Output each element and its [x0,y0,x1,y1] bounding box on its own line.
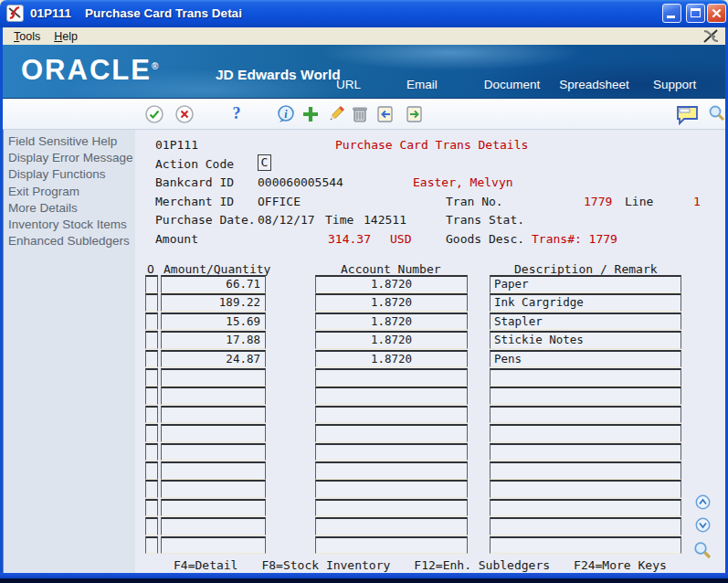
currency-code: USD [390,232,411,246]
cell-description[interactable] [490,424,681,442]
scroll-up-button[interactable] [695,494,711,514]
cell-account[interactable] [315,536,468,555]
sidebar-item-display-functions[interactable]: Display Functions [4,166,135,183]
maximize-button[interactable] [686,4,705,23]
cell-o[interactable] [145,406,158,424]
delete-trash-icon[interactable] [350,104,370,124]
cell-account[interactable] [315,368,468,387]
menu-help[interactable]: Help [51,28,80,45]
cell-o[interactable] [145,517,158,535]
cancel-icon[interactable] [174,104,195,124]
cell-account[interactable]: 1.8720 [315,350,468,368]
detail-search-icon[interactable] [693,541,712,564]
cell-description[interactable] [490,517,681,535]
prev-record-icon[interactable] [375,104,396,124]
banner-link-document[interactable]: Document [484,78,541,91]
cell-o[interactable] [145,499,158,517]
help-icon[interactable]: ? [227,104,247,124]
minimize-button[interactable] [662,4,681,23]
cell-amount[interactable] [161,406,266,424]
cell-account[interactable] [315,387,468,405]
close-button[interactable]: ✕ [707,4,726,23]
merchant-id-value[interactable]: OFFICE [258,195,301,208]
banner-link-spreadsheet[interactable]: Spreadsheet [559,78,629,91]
cell-amount[interactable]: 24.87 [161,350,266,368]
menu-tools[interactable]: Tools [11,28,43,45]
cell-account[interactable] [315,499,468,517]
cell-amount[interactable] [161,443,266,461]
cell-o[interactable] [145,293,158,312]
cell-o[interactable] [145,443,158,461]
scroll-down-button[interactable] [695,517,711,536]
info-icon[interactable]: i [276,104,296,124]
cell-account[interactable] [315,461,468,480]
cell-description[interactable] [490,499,681,517]
notes-icon[interactable] [675,104,701,124]
cell-description[interactable] [490,443,681,461]
add-icon[interactable] [301,104,321,124]
edit-pencil-icon[interactable] [326,104,346,124]
cell-amount[interactable] [161,499,266,517]
cell-account[interactable]: 1.8720 [315,313,468,331]
cell-amount[interactable]: 15.69 [161,313,266,331]
cell-amount[interactable] [161,480,266,498]
cell-o[interactable] [145,275,158,293]
cell-o[interactable] [145,480,158,498]
cell-amount[interactable] [161,517,266,535]
cell-account[interactable]: 1.8720 [315,331,468,349]
cell-amount[interactable] [161,387,266,405]
sidebar-item-exit-program[interactable]: Exit Program [4,184,135,200]
cell-description[interactable]: Ink Cargridge [490,293,681,312]
cell-description[interactable] [490,536,681,555]
cell-account[interactable]: 1.8720 [315,275,468,293]
cell-description[interactable]: Stapler [490,313,681,331]
cell-amount[interactable]: 189.22 [161,293,266,312]
cell-o[interactable] [145,331,158,349]
table-row [0,480,725,498]
cell-amount[interactable] [161,461,266,480]
cell-account[interactable] [315,443,468,461]
cell-o[interactable] [145,368,158,387]
cell-description[interactable] [490,480,681,498]
cell-amount[interactable] [161,536,266,555]
cell-account[interactable] [315,480,468,498]
title-bar[interactable]: 01P111 Purchase Card Trans Detai ✕ [0,0,728,27]
cell-account[interactable] [315,424,468,442]
cell-o[interactable] [145,461,158,480]
cell-description[interactable] [490,406,681,424]
cell-account[interactable] [315,406,468,424]
cell-account[interactable] [315,517,468,535]
cell-description[interactable] [490,368,681,387]
cell-amount[interactable] [161,368,266,387]
sidebar-item-display-error-message[interactable]: Display Error Message [4,150,135,166]
cell-o[interactable] [145,424,158,442]
cell-amount[interactable] [161,424,266,442]
oracle-logo: ORACLE® [21,54,160,87]
cell-description[interactable]: Pens [490,350,681,368]
next-record-icon[interactable] [405,104,425,124]
banner-link-email[interactable]: Email [406,78,438,91]
cell-o[interactable] [145,387,158,405]
cell-description[interactable]: Paper [490,275,681,293]
cell-amount[interactable]: 66.71 [161,275,266,293]
time-label: Time [325,213,353,227]
cell-description[interactable] [490,461,681,480]
cell-description[interactable]: Stickie Notes [490,331,681,349]
cell-o[interactable] [145,536,158,555]
cell-amount[interactable]: 17.88 [161,331,266,349]
jde-logo-icon [6,5,24,22]
sidebar-item-enhanced-subledgers[interactable]: Enhanced Subledgers [4,233,135,249]
banner-link-support[interactable]: Support [653,78,696,91]
banner-link-url[interactable]: URL [336,78,361,91]
sidebar-item-more-details[interactable]: More Details [4,200,135,217]
bankcard-id-value[interactable]: 000060005544 [258,175,343,189]
purchase-date-value[interactable]: 08/12/17 [258,213,315,227]
cell-description[interactable] [490,387,681,405]
ok-icon[interactable] [144,104,164,124]
cell-o[interactable] [145,350,158,368]
cell-o[interactable] [145,313,158,331]
action-code-input[interactable]: C [258,154,271,171]
cell-account[interactable]: 1.8720 [315,293,468,312]
sidebar-item-inventory-stock-items[interactable]: Inventory Stock Items [4,217,135,233]
sidebar-item-field-sensitive-help[interactable]: Field Sensitive Help [4,133,135,150]
